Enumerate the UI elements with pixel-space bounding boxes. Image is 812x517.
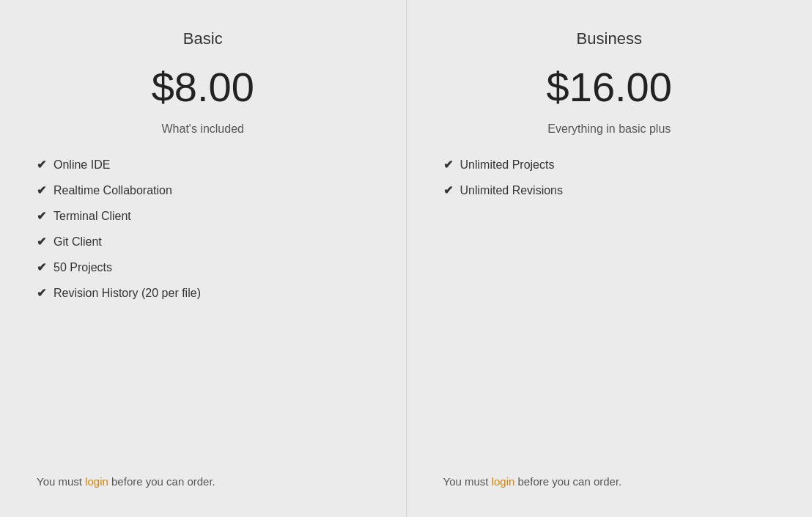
check-icon: ✔ <box>37 260 46 274</box>
feature-text: Unlimited Revisions <box>460 184 564 197</box>
plan-name-basic: Basic <box>37 29 369 48</box>
check-icon: ✔ <box>37 286 46 300</box>
plan-name-business: Business <box>443 29 776 48</box>
feature-text: Unlimited Projects <box>460 158 555 172</box>
feature-item: ✔Unlimited Revisions <box>443 183 776 197</box>
check-icon: ✔ <box>443 158 453 172</box>
plan-subtitle-basic: What's included <box>37 122 369 136</box>
feature-text: Revision History (20 per file) <box>53 287 201 300</box>
feature-item: ✔Unlimited Projects <box>443 158 776 172</box>
plan-card-basic: Basic$8.00What's included✔Online IDE✔Rea… <box>0 0 407 517</box>
feature-text: Terminal Client <box>53 210 131 223</box>
feature-item: ✔Terminal Client <box>37 209 369 223</box>
feature-item: ✔Online IDE <box>37 158 369 172</box>
feature-item: ✔Revision History (20 per file) <box>37 286 369 300</box>
plan-price-business: $16.00 <box>443 63 776 111</box>
feature-text: Git Client <box>53 235 102 249</box>
check-icon: ✔ <box>37 235 46 249</box>
feature-item: ✔Realtime Collaboration <box>37 183 369 197</box>
order-text-basic: You must login before you can order. <box>37 475 369 488</box>
feature-item: ✔Git Client <box>37 235 369 249</box>
check-icon: ✔ <box>37 209 46 223</box>
feature-text: 50 Projects <box>53 261 112 274</box>
feature-item: ✔50 Projects <box>37 260 369 274</box>
feature-text: Realtime Collaboration <box>53 184 172 197</box>
features-list-business: ✔Unlimited Projects✔Unlimited Revisions <box>443 158 776 209</box>
plan-subtitle-business: Everything in basic plus <box>443 122 776 136</box>
login-link-business[interactable]: login <box>492 475 515 488</box>
plans-container: Basic$8.00What's included✔Online IDE✔Rea… <box>0 0 812 517</box>
features-list-basic: ✔Online IDE✔Realtime Collaboration✔Termi… <box>37 158 369 312</box>
feature-text: Online IDE <box>53 158 110 172</box>
check-icon: ✔ <box>37 183 46 197</box>
login-link-basic[interactable]: login <box>85 475 108 488</box>
plan-price-basic: $8.00 <box>37 63 369 111</box>
order-text-business: You must login before you can order. <box>443 475 776 488</box>
plan-card-business: Business$16.00Everything in basic plus✔U… <box>407 0 813 517</box>
check-icon: ✔ <box>37 158 46 172</box>
check-icon: ✔ <box>443 183 453 197</box>
